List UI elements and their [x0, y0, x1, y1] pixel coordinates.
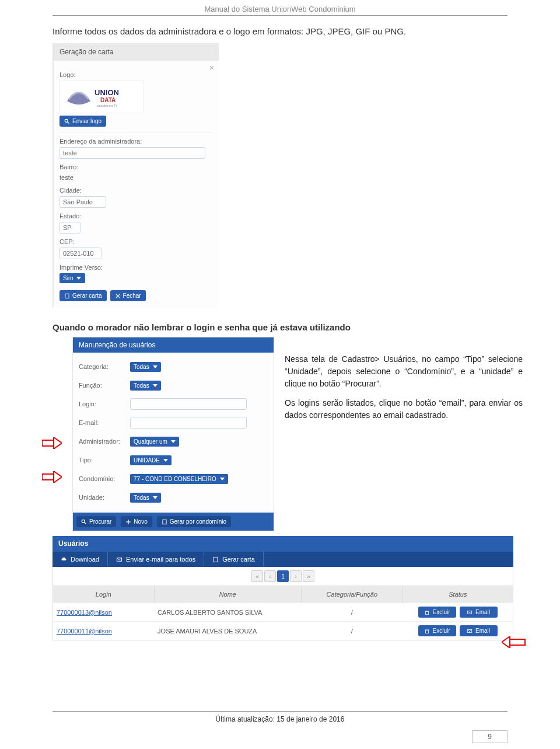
footer-text: Última atualização: 15 de janeiro de 201…: [216, 715, 345, 723]
svg-line-13: [85, 522, 86, 524]
email-field[interactable]: [130, 417, 247, 429]
chevron-down-icon: [153, 384, 158, 387]
gerar-carta-button[interactable]: Gerar carta: [60, 290, 107, 301]
login-link[interactable]: 770000011@nilson: [57, 628, 112, 635]
imprime-select[interactable]: Sim: [60, 273, 85, 283]
unidade-value: Todas: [134, 494, 149, 501]
pager-last-button[interactable]: »: [303, 570, 314, 582]
document-icon: [212, 556, 219, 563]
download-button[interactable]: Download: [52, 552, 108, 567]
table-row: 770000013@nilsonCARLOS ALBERTO SANTOS SI…: [53, 603, 513, 622]
cidade-label: Cidade:: [60, 187, 213, 194]
logo-label: Logo:: [60, 71, 213, 78]
side-text-p1: Nessa tela de Cadastro> Usuários, no cam…: [285, 353, 523, 390]
trash-icon: [424, 628, 430, 634]
pager: « ‹ 1 › »: [52, 567, 513, 586]
svg-text:DATA: DATA: [100, 97, 116, 103]
header-rule: [52, 15, 508, 16]
chevron-down-icon: [171, 440, 176, 443]
estado-field[interactable]: [60, 222, 80, 234]
close-icon[interactable]: ×: [209, 63, 214, 72]
logo-image: UNION DATA soluções em TI: [60, 81, 144, 113]
callout-arrows-left: [42, 437, 62, 483]
cloud-icon: [61, 556, 67, 563]
excluir-label: Excluir: [433, 628, 450, 634]
cat-cell: /: [302, 622, 403, 640]
panel-usuarios: Usuários Download Enviar e-mail para tod…: [52, 536, 513, 640]
procurar-button[interactable]: Procurar: [76, 516, 116, 527]
svg-marker-11: [54, 471, 62, 483]
categoria-label: Categoria:: [79, 363, 125, 370]
unidade-select[interactable]: Todas: [130, 493, 161, 503]
panel3-title: Usuários: [52, 536, 513, 551]
gerar-condominio-label: Gerar por condomínio: [170, 518, 226, 525]
email-label: Email: [475, 609, 490, 615]
enviar-label: Enviar e-mail para todos: [126, 556, 195, 563]
pager-next-button[interactable]: ›: [290, 570, 302, 582]
excluir-label: Excluir: [433, 609, 450, 615]
tipo-label: Tipo:: [79, 457, 125, 464]
novo-button[interactable]: Novo: [121, 516, 152, 527]
bairro-label: Bairro:: [60, 163, 213, 170]
chevron-down-icon: [153, 365, 158, 368]
funcao-select[interactable]: Todas: [130, 381, 161, 391]
novo-label: Novo: [134, 518, 147, 525]
gerar-carta-label: Gerar carta: [72, 292, 102, 299]
login-link[interactable]: 770000013@nilson: [57, 609, 112, 616]
enviar-email-todos-button[interactable]: Enviar e-mail para todos: [108, 552, 204, 567]
cep-label: CEP:: [60, 238, 213, 245]
svg-point-3: [65, 119, 68, 122]
pager-page-current[interactable]: 1: [277, 570, 289, 582]
svg-text:UNION: UNION: [94, 88, 119, 97]
side-text-p2: Os logins serão listados, clique no botã…: [285, 397, 523, 421]
panel2-title: Manutenção de usuários: [73, 337, 274, 353]
trash-icon: [424, 609, 430, 615]
fechar-label: Fechar: [123, 292, 141, 299]
svg-point-12: [82, 520, 85, 522]
svg-rect-26: [510, 639, 525, 645]
unidade-label: Unidade:: [79, 494, 125, 501]
email-button[interactable]: Email: [460, 625, 498, 636]
col-nome: Nome: [154, 586, 301, 603]
upload-logo-button[interactable]: Enviar logo: [60, 116, 106, 127]
intro-text: Informe todos os dados da administradora…: [52, 26, 508, 36]
document-icon: [64, 293, 70, 299]
email-button[interactable]: Email: [460, 607, 498, 618]
procurar-label: Procurar: [89, 518, 111, 525]
footer-rule: [52, 711, 508, 712]
cat-cell: /: [302, 603, 403, 622]
excluir-button[interactable]: Excluir: [418, 607, 456, 618]
endereco-field[interactable]: [60, 147, 205, 159]
fechar-button[interactable]: Fechar: [110, 290, 146, 301]
mail-icon: [467, 609, 473, 615]
svg-line-4: [68, 121, 69, 123]
cep-field[interactable]: [60, 248, 102, 259]
gerar-condominio-button[interactable]: Gerar por condomínio: [157, 516, 231, 527]
chevron-down-icon: [220, 478, 225, 480]
pager-prev-button[interactable]: ‹: [264, 570, 276, 582]
pager-first-button[interactable]: «: [251, 570, 263, 582]
nome-cell: CARLOS ALBERTO SANTOS SILVA: [154, 603, 301, 622]
download-label: Download: [71, 556, 99, 563]
imprime-value: Sim: [63, 275, 73, 281]
arrow-icon: [42, 471, 62, 483]
gerar-carta-toolbar-button[interactable]: Gerar carta: [204, 552, 264, 567]
mail-icon: [116, 556, 123, 563]
svg-rect-8: [42, 440, 54, 446]
tipo-value: UNIDADE: [134, 457, 160, 464]
funcao-label: Função:: [79, 382, 125, 389]
tipo-select[interactable]: UNIDADE: [130, 455, 172, 465]
categoria-select[interactable]: Todas: [130, 362, 161, 372]
excluir-button[interactable]: Excluir: [418, 625, 456, 636]
svg-rect-10: [42, 474, 54, 480]
endereco-label: Endereço da administradora:: [60, 138, 213, 145]
login-label: Login:: [79, 400, 125, 407]
email-label: Email: [475, 628, 490, 634]
admin-value: Qualquer um: [134, 438, 167, 445]
admin-select[interactable]: Qualquer um: [130, 437, 179, 447]
plus-icon: [125, 519, 131, 525]
cidade-field[interactable]: [60, 196, 106, 208]
condominio-select[interactable]: 77 - COND ED CONSELHEIRO: [130, 474, 228, 484]
login-field[interactable]: [130, 398, 247, 410]
side-instructions: Nessa tela de Cadastro> Usuários, no cam…: [285, 353, 523, 429]
